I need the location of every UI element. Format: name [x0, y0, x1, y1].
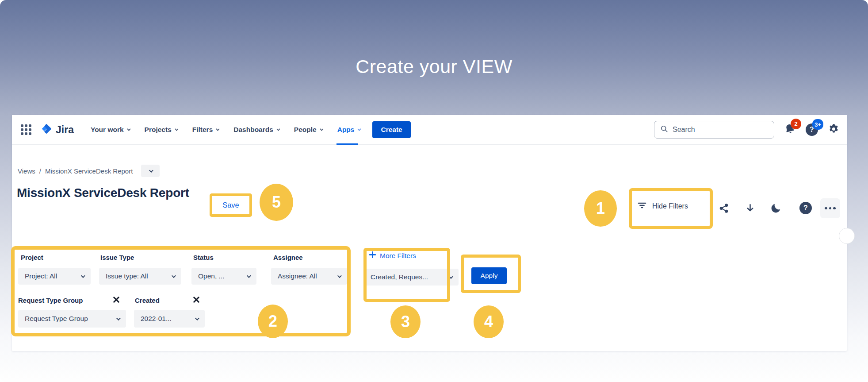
chevron-down-icon [116, 316, 121, 320]
plus-icon [369, 251, 376, 260]
chevron-down-icon [247, 274, 251, 278]
chevron-down-icon [449, 274, 453, 279]
remove-request-type-group-filter[interactable] [112, 295, 121, 304]
panel-toggle-notch[interactable] [839, 228, 855, 244]
created-date-dropdown[interactable]: 2022-01... [134, 310, 205, 328]
page-title: MissionX ServiceDesk Report [17, 186, 189, 200]
chevron-down-icon [149, 168, 153, 173]
annotation-circle-5: 5 [260, 184, 293, 221]
help-icon: ? [799, 202, 812, 214]
jira-logo[interactable]: Jira [40, 123, 74, 137]
annotation-circle-4: 4 [474, 305, 504, 338]
combined-filters-dropdown[interactable]: Created, Reques... [364, 269, 459, 286]
breadcrumb-views-link[interactable]: Views [18, 167, 35, 175]
filter-label-project: Project [21, 254, 43, 261]
chevron-down-icon [81, 274, 85, 278]
breadcrumb: Views / MissionX ServiceDesk Report [18, 165, 160, 177]
breadcrumb-current[interactable]: MissionX ServiceDesk Report [45, 167, 133, 175]
nav-item-dashboards[interactable]: Dashboards [233, 124, 279, 135]
search-box[interactable] [654, 121, 774, 139]
help-button[interactable]: ? 3+ [806, 123, 818, 136]
settings-gear-icon[interactable] [828, 123, 840, 137]
more-options-button[interactable] [820, 198, 840, 218]
issue-type-dropdown[interactable]: Issue type: All [99, 268, 181, 285]
nav-item-filters[interactable]: Filters [192, 124, 219, 135]
jira-logo-icon [40, 123, 53, 137]
hide-filters-label: Hide Filters [652, 202, 688, 210]
view-menu-button[interactable] [141, 165, 160, 177]
chevron-down-icon [320, 127, 323, 131]
navbar-right: 2 ? 3+ [654, 121, 840, 139]
chevron-down-icon [337, 274, 342, 278]
search-input[interactable] [673, 126, 769, 134]
app-switcher-icon[interactable] [21, 124, 31, 135]
filter-label-assignee: Assignee [273, 254, 303, 261]
assignee-dropdown[interactable]: Assignee: All [271, 268, 347, 285]
nav-item-your-work[interactable]: Your work [91, 124, 130, 135]
search-icon [660, 124, 669, 135]
help-count-badge: 3+ [812, 119, 823, 130]
nav-item-people[interactable]: People [294, 124, 322, 135]
share-button[interactable] [715, 200, 732, 216]
filter-label-issue-type: Issue Type [100, 254, 134, 261]
close-icon [114, 297, 119, 302]
nav-item-apps[interactable]: Apps [337, 124, 360, 135]
filter-label-status: Status [193, 254, 214, 261]
annotation-circle-2: 2 [258, 305, 288, 338]
help-circle-button[interactable]: ? [797, 200, 814, 216]
project-dropdown[interactable]: Project: All [18, 268, 91, 285]
main-nav: Your work Projects Filters Dashboards Pe… [91, 124, 360, 135]
remove-created-filter[interactable] [192, 295, 201, 304]
chevron-down-icon [216, 127, 219, 131]
jira-logo-text: Jira [56, 124, 74, 136]
chevron-down-icon [127, 127, 130, 131]
status-dropdown[interactable]: Open, ... [191, 268, 256, 285]
dark-mode-moon-button[interactable] [768, 200, 784, 216]
hide-filters-button[interactable]: Hide Filters [637, 200, 688, 212]
tutorial-slide: Create your VIEW Jira Your work [0, 0, 868, 382]
top-navbar: Jira Your work Projects Filters Dashboar… [12, 115, 847, 145]
notification-count-badge: 2 [791, 119, 801, 129]
create-button[interactable]: Create [372, 121, 410, 138]
chevron-down-icon [172, 274, 176, 278]
notifications-button[interactable]: 2 [784, 123, 796, 137]
chevron-down-icon [276, 127, 280, 131]
annotation-circle-3: 3 [390, 305, 421, 338]
slide-title: Create your VIEW [0, 56, 868, 77]
close-icon [194, 297, 199, 302]
nav-item-projects[interactable]: Projects [145, 124, 177, 135]
chevron-down-icon [195, 316, 199, 320]
filter-icon [637, 200, 647, 212]
save-button[interactable]: Save [222, 201, 239, 209]
download-button[interactable] [742, 200, 758, 216]
chevron-down-icon [175, 127, 178, 131]
filter-label-request-type-group: Request Type Group [18, 297, 83, 304]
more-filters-button[interactable]: More Filters [369, 251, 416, 260]
jira-app-window: Jira Your work Projects Filters Dashboar… [12, 115, 847, 351]
breadcrumb-separator: / [39, 167, 41, 175]
apply-button[interactable]: Apply [471, 267, 507, 284]
chevron-down-icon [358, 127, 361, 131]
filter-label-created: Created [135, 297, 160, 304]
request-type-group-dropdown[interactable]: Request Type Group [18, 310, 126, 328]
annotation-circle-1: 1 [584, 190, 617, 227]
